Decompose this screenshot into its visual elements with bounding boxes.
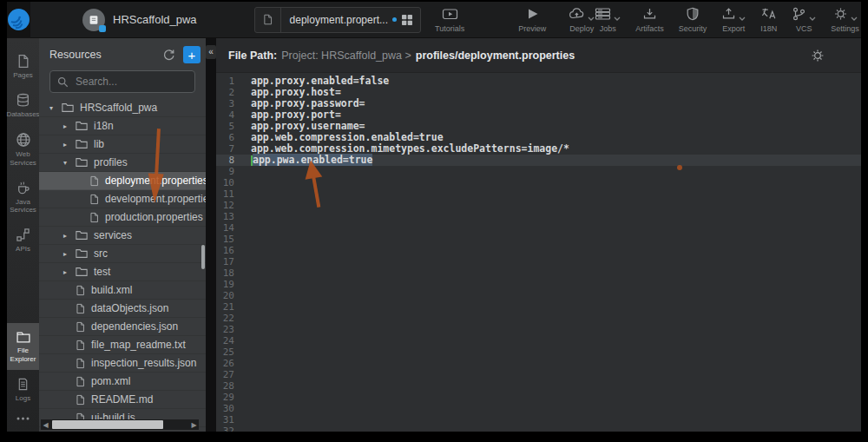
file-tab-icon[interactable] [255, 8, 281, 32]
main-area: PagesDatabasesWeb ServicesJava ServicesA… [7, 38, 861, 432]
tree-item-label: file_map_readme.txt [91, 339, 186, 351]
tree-item-build-xml[interactable]: build.xml [39, 281, 206, 300]
sidebar-item-pages[interactable]: Pages [7, 47, 39, 86]
code-line[interactable]: 10 [216, 177, 861, 188]
dashboard-grid-icon[interactable] [401, 14, 420, 26]
sidebar-item-apis[interactable]: APIs [7, 221, 39, 260]
toolbar-button-i18n[interactable]: I18N [760, 6, 777, 33]
code-line[interactable]: 15 [216, 234, 861, 245]
resource-search [49, 70, 195, 93]
toolbar-button-export[interactable]: Export [721, 6, 746, 33]
tree-item-label: README.md [91, 393, 153, 406]
sidebar-item-label: Logs [16, 394, 30, 402]
code-line[interactable]: 11 [216, 188, 861, 200]
scrollbar-thumb[interactable] [52, 420, 163, 429]
tab-label[interactable]: deployment.propert... [281, 14, 392, 26]
code-line[interactable]: 22 [216, 313, 861, 324]
tree-item-profiles[interactable]: ▾profiles [39, 154, 206, 172]
code-line[interactable]: 12 [216, 200, 861, 211]
tree-item-test[interactable]: ▸test [39, 263, 206, 281]
add-resource-button[interactable]: + [183, 46, 201, 63]
tree-horizontal-scrollbar[interactable]: ◀ ▶ [41, 419, 199, 430]
project-chip[interactable]: HRScaffold_pwa [82, 9, 197, 31]
wavemaker-logo[interactable] [7, 2, 30, 38]
pages-icon [16, 54, 30, 69]
tree-item-development-properties[interactable]: development.properties [39, 190, 206, 208]
sidebar-item-databases[interactable]: Databases [7, 86, 39, 125]
toolbar-button-deploy[interactable]: Deploy [569, 6, 595, 33]
code-line[interactable]: 31 [216, 414, 861, 426]
tree-item-inspection-results-json[interactable]: inspection_results.json [39, 354, 206, 373]
code-line[interactable]: 28 [216, 380, 861, 392]
sidebar-item-java-services[interactable]: Java Services [7, 174, 39, 221]
chevron-collapsed-icon[interactable]: ▸ [63, 250, 76, 258]
code-line[interactable]: 21 [216, 301, 861, 313]
code-line[interactable]: 27 [216, 369, 861, 380]
chevron-expanded-icon[interactable]: ▾ [63, 159, 76, 167]
wave-logo-icon [7, 8, 30, 31]
toolbar-button-settings[interactable]: Settings [831, 6, 859, 33]
code-line[interactable]: 29 [216, 392, 861, 403]
tree-item-lib[interactable]: ▸lib [39, 135, 206, 154]
scroll-left-icon[interactable]: ◀ [41, 421, 50, 429]
resources-header: Resources + [39, 38, 206, 68]
line-number: 24 [216, 335, 242, 346]
sidebar-item-file-explorer[interactable]: File Explorer [7, 323, 39, 369]
chevron-collapsed-icon[interactable]: ▸ [63, 232, 76, 240]
tree-item-production-properties[interactable]: production.properties [39, 208, 206, 227]
toolbar-button-tutorials[interactable]: Tutorials [435, 6, 464, 33]
code-line[interactable]: 9 [216, 166, 861, 177]
tree-item-label: deployment.properties [105, 175, 206, 187]
code-line[interactable]: 16 [216, 245, 861, 256]
code-line[interactable]: 25 [216, 346, 861, 358]
code-editor[interactable]: 1app.proxy.enabled=false2app.proxy.host=… [216, 73, 861, 432]
code-line[interactable]: 17 [216, 256, 861, 267]
code-line[interactable]: 14 [216, 222, 861, 234]
project-name: HRScaffold_pwa [113, 13, 197, 26]
code-line[interactable]: 32 [216, 426, 861, 432]
tree-item-i18n[interactable]: ▸i18n [39, 117, 206, 135]
tree-item-services[interactable]: ▸services [39, 227, 206, 245]
tree-item-dataobjects-json[interactable]: dataObjects.json [39, 300, 206, 318]
toolbar-button-jobs[interactable]: Jobs [595, 6, 621, 33]
code-line[interactable]: 20 [216, 290, 861, 301]
tree-item-src[interactable]: ▸src [39, 245, 206, 263]
chevron-collapsed-icon[interactable]: ▸ [63, 122, 76, 130]
sidebar-item-web-services[interactable]: Web Services [7, 125, 39, 173]
line-number: 14 [216, 222, 242, 234]
tree-item-hrscaffold-pwa[interactable]: ▾HRScaffold_pwa [39, 99, 206, 117]
toolbar-group-center: PreviewDeploy [518, 6, 595, 33]
tree-item-file-map-readme-txt[interactable]: file_map_readme.txt [39, 336, 206, 354]
tree-item-deployment-properties[interactable]: deployment.properties [39, 172, 206, 190]
code-line[interactable]: 26 [216, 358, 861, 369]
code-line[interactable]: 23 [216, 324, 861, 335]
toolbar-button-security[interactable]: Security [679, 6, 707, 33]
tree-item-readme-md[interactable]: README.md [39, 391, 206, 409]
line-number: 10 [216, 177, 242, 188]
tree-item-pom-xml[interactable]: pom.xml [39, 373, 206, 391]
chevron-collapsed-icon[interactable]: ▸ [63, 141, 76, 148]
sidebar-item-label: Web Services [8, 150, 38, 166]
tree-vertical-scrollbar[interactable] [201, 245, 205, 269]
sidebar-item-more[interactable] [7, 409, 39, 428]
file-icon [89, 194, 99, 205]
code-line[interactable]: 24 [216, 335, 861, 346]
refresh-icon[interactable] [162, 49, 175, 62]
toolbar-button-artifacts[interactable]: Artifacts [635, 6, 664, 33]
collapse-panel-icon[interactable]: « [206, 45, 216, 59]
code-line[interactable]: 8app.pwa.enabled=true [216, 155, 861, 166]
tree-item-dependencies-json[interactable]: dependencies.json [39, 318, 206, 336]
code-line[interactable]: 18 [216, 267, 861, 279]
toolbar-button-preview[interactable]: Preview [518, 6, 546, 33]
toolbar-button-vcs[interactable]: VCS [792, 6, 816, 33]
chevron-expanded-icon[interactable]: ▾ [49, 104, 62, 112]
code-line[interactable]: 13 [216, 211, 861, 222]
code-line[interactable]: 30 [216, 403, 861, 414]
editor-settings-gear-icon[interactable] [811, 49, 825, 63]
scroll-right-icon[interactable]: ▶ [189, 421, 199, 429]
chevron-collapsed-icon[interactable]: ▸ [63, 268, 76, 276]
sidebar-item-logs[interactable]: Logs [7, 370, 39, 409]
search-input[interactable] [74, 75, 187, 89]
code-line[interactable]: 19 [216, 279, 861, 290]
scrollbar-track[interactable] [50, 419, 189, 430]
